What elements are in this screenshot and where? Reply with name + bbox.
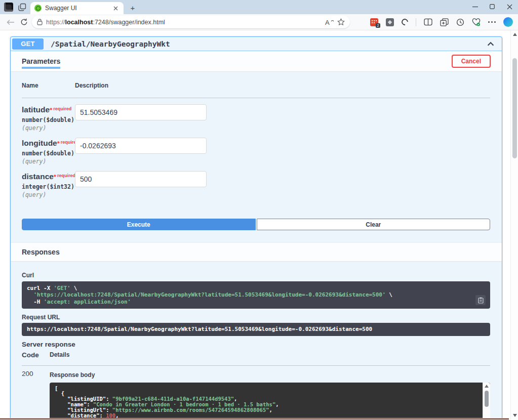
required-label: required <box>57 173 75 178</box>
status-code: 200 <box>22 370 50 419</box>
opblock-summary[interactable]: GET /Spatial/NearbyGeographyWkt <box>11 37 502 51</box>
scroll-down-arrow-icon[interactable] <box>513 414 517 417</box>
url-text: https://localhost:7248/swagger/index.htm… <box>46 19 322 26</box>
page-scrollbar-thumb[interactable] <box>512 58 517 158</box>
clear-button[interactable]: Clear <box>257 219 491 230</box>
request-url-label: Request URL <box>22 314 490 321</box>
column-header-description: Description <box>75 82 108 89</box>
scroll-up-arrow-icon[interactable] <box>513 33 517 36</box>
cancel-button[interactable]: Cancel <box>452 55 491 68</box>
column-header-name: Name <box>22 82 75 89</box>
param-name: longitude*required <box>22 138 75 148</box>
required-star: * <box>54 173 56 181</box>
split-screen-icon[interactable] <box>424 18 432 26</box>
execute-button[interactable]: Execute <box>22 219 256 230</box>
tab-title: Swagger UI <box>45 5 108 12</box>
collections-icon[interactable] <box>440 18 449 26</box>
copilot-icon[interactable] <box>503 17 513 27</box>
param-type: number($double) <box>22 150 75 157</box>
curl-code: curl -X 'GET' \ 'https://localhost:7248/… <box>27 285 473 305</box>
responses-section: Curl curl -X 'GET' \ 'https://localhost:… <box>11 262 502 419</box>
param-type: number($double) <box>22 116 75 123</box>
browser-window: Swagger UI + <box>0 0 518 420</box>
address-bar[interactable]: https://localhost:7248/swagger/index.htm… <box>32 16 350 28</box>
swagger-favicon <box>34 5 42 12</box>
required-star: * <box>50 106 52 114</box>
response-body-scrollbar[interactable] <box>483 383 490 419</box>
window-minimize-button[interactable] <box>466 0 484 13</box>
settings-more-icon[interactable] <box>488 21 496 23</box>
mascot-icon[interactable] <box>4 3 13 12</box>
extension-gray-icon[interactable] <box>386 18 394 26</box>
param-row-longitude: longitude*required number($double) (quer… <box>22 138 490 165</box>
param-location: (query) <box>22 124 75 132</box>
required-label: required <box>53 106 71 111</box>
latitude-input[interactable] <box>75 104 207 120</box>
window-maximize-button[interactable] <box>484 0 501 13</box>
opblock-get: GET /Spatial/NearbyGeographyWkt Paramete… <box>10 36 502 419</box>
required-star: * <box>57 140 60 147</box>
longitude-input[interactable] <box>75 138 207 154</box>
column-header-details: Details <box>50 351 69 359</box>
read-aloud-icon[interactable]: A <box>325 19 334 26</box>
window-bottom-edge <box>0 418 509 419</box>
param-location: (query) <box>22 191 75 198</box>
extension-red-icon[interactable]: 2 <box>370 18 378 26</box>
swagger-page: GET /Spatial/NearbyGeographyWkt Paramete… <box>0 30 518 419</box>
extension-crescent-icon[interactable] <box>400 17 409 26</box>
new-tab-button[interactable]: + <box>129 4 137 12</box>
param-type: integer($int32) <box>22 183 75 190</box>
tab-strip: Swagger UI + <box>0 0 518 14</box>
responses-header: Responses <box>11 242 502 262</box>
browser-tab-swagger-ui[interactable]: Swagger UI <box>30 2 124 14</box>
distance-input[interactable] <box>75 171 207 187</box>
svg-text:A: A <box>325 19 330 26</box>
param-name: latitude*required <box>22 104 75 115</box>
extension-badge: 2 <box>376 23 380 28</box>
param-row-latitude: latitude*required number($double) (query… <box>22 104 490 132</box>
response-body-block: [ { "listingUID": "9bf09a21-c684-411d-a1… <box>50 383 490 419</box>
workspaces-icon[interactable] <box>18 3 26 11</box>
column-header-code: Code <box>22 351 50 359</box>
request-url-code: https://localhost:7248/Spatial/NearbyGeo… <box>27 326 485 332</box>
active-tab-underline <box>22 67 60 69</box>
back-icon[interactable] <box>5 19 16 25</box>
favorites-star-icon[interactable] <box>337 18 345 26</box>
tab-parameters[interactable]: Parameters <box>22 57 60 65</box>
parameters-table: Name Description latitude*required numbe… <box>11 72 502 242</box>
browser-essentials-icon[interactable] <box>472 18 481 26</box>
refresh-icon[interactable] <box>20 18 28 26</box>
endpoint-path: /Spatial/NearbyGeographyWkt <box>51 40 486 48</box>
toolbar-divider <box>416 18 416 26</box>
param-name: distance*required <box>22 171 75 182</box>
param-row-distance: distance*required integer($int32) (query… <box>22 171 490 198</box>
response-body-code: [ { "listingUID": "9bf09a21-c684-411d-a1… <box>55 386 477 419</box>
response-row-200: 200 Response body [ { "listingUID": "9bf… <box>22 366 490 419</box>
param-location: (query) <box>22 158 75 165</box>
responses-title: Responses <box>22 248 60 256</box>
curl-label: Curl <box>22 272 34 279</box>
parameters-header: Parameters Cancel <box>11 51 502 72</box>
request-url-block: https://localhost:7248/Spatial/NearbyGeo… <box>22 323 490 335</box>
page-scrollbar[interactable] <box>510 30 518 419</box>
history-icon[interactable] <box>456 18 464 26</box>
http-method-badge: GET <box>12 38 44 50</box>
server-response-label: Server response <box>22 341 490 348</box>
lock-icon[interactable] <box>37 19 43 25</box>
curl-block: curl -X 'GET' \ 'https://localhost:7248/… <box>22 281 490 309</box>
response-body-label: Response body <box>50 371 95 379</box>
copy-to-clipboard-button[interactable] <box>475 295 486 305</box>
window-close-button[interactable] <box>501 0 518 13</box>
tab-close-icon[interactable] <box>111 4 119 12</box>
scrollbar-thumb[interactable] <box>485 391 489 407</box>
scroll-up-arrow-icon[interactable] <box>485 385 489 388</box>
browser-toolbar: https://localhost:7248/swagger/index.htm… <box>0 14 518 30</box>
collapse-chevron-icon[interactable] <box>486 39 496 49</box>
